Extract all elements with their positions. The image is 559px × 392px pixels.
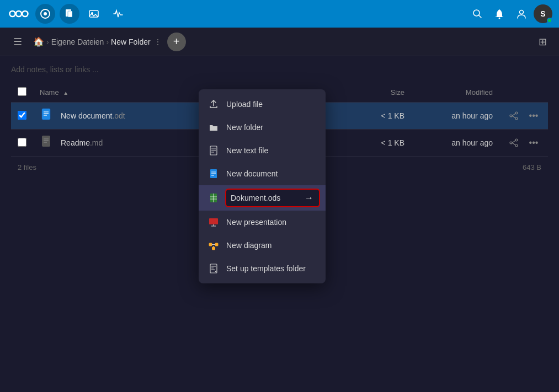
nextcloud-logo[interactable] [7, 2, 31, 26]
svg-line-13 [479, 15, 482, 18]
main-content: Add notes, lists or links ... Name ▲ Siz… [0, 56, 559, 392]
svg-rect-9 [68, 11, 72, 17]
sort-arrow: ▲ [63, 90, 68, 96]
select-all-checkbox[interactable] [18, 87, 26, 96]
svg-point-3 [10, 12, 15, 16]
menu-label-new-diagram: New diagram [226, 241, 317, 250]
breadcrumb-new-folder[interactable]: New Folder [111, 37, 151, 46]
grid-view-icon[interactable]: ⊞ [535, 33, 550, 51]
svg-rect-16 [42, 109, 50, 120]
row-checkbox-1[interactable] [18, 111, 26, 120]
file-actions-1: ••• [506, 108, 541, 123]
menu-label-templates: Set up templates folder [226, 264, 317, 273]
spreadsheet-icon [207, 192, 220, 204]
templates-icon [207, 262, 220, 275]
menu-label-new-presentation: New presentation [226, 218, 317, 227]
text-file-icon [207, 144, 220, 157]
top-navigation: S [0, 0, 559, 28]
menu-item-new-diagram[interactable]: New diagram [199, 234, 326, 257]
nav-files-icon[interactable] [60, 4, 79, 24]
menu-item-new-doc[interactable]: New document [199, 162, 326, 185]
share-icon-2[interactable] [506, 135, 521, 151]
svg-point-32 [510, 142, 512, 144]
file-size-2: < 1 KB [345, 130, 411, 157]
svg-rect-51 [215, 243, 218, 246]
contacts-button[interactable] [512, 4, 531, 24]
breadcrumb-sep-1: › [46, 37, 49, 46]
row-checkbox-2[interactable] [18, 138, 26, 147]
file-name-text-1: New document.odt [61, 111, 125, 120]
nav-dashboard-icon[interactable] [35, 4, 55, 24]
spreadsheet-filename-submit[interactable]: → [299, 190, 319, 206]
svg-point-31 [515, 144, 518, 147]
presentation-icon [207, 216, 220, 228]
nav-activity-icon[interactable] [108, 4, 128, 24]
add-new-button[interactable]: + [167, 33, 186, 51]
folder-icon [207, 121, 220, 133]
view-options: ⊞ [535, 33, 550, 51]
menu-label-new-text: New text file [226, 146, 317, 155]
file-modified-1: an hour ago [411, 103, 499, 130]
file-icon-md [40, 135, 55, 151]
secondary-navigation: ☰ 🏠 › Eigene Dateien › New Folder ⋮ + ⊞ [0, 28, 559, 56]
summary-files: 2 files [18, 163, 36, 171]
document-icon [207, 168, 220, 180]
more-actions-icon-2[interactable]: ••• [526, 135, 541, 151]
new-file-dropdown: Upload file New folder New text file New… [199, 89, 326, 283]
menu-item-new-text[interactable]: New text file [199, 139, 326, 162]
svg-point-15 [520, 10, 524, 14]
svg-line-24 [512, 114, 515, 116]
svg-point-14 [499, 18, 501, 19]
diagram-icon [207, 239, 220, 251]
file-actions-2: ••• [506, 135, 541, 151]
menu-label-new-doc: New document [226, 169, 317, 178]
svg-line-25 [512, 116, 515, 118]
col-size-header: Size [345, 83, 411, 103]
menu-label-new-folder: New folder [226, 123, 317, 132]
breadcrumb-home[interactable]: 🏠 [33, 36, 44, 47]
file-size-1: < 1 KB [345, 103, 411, 130]
upload-icon [207, 98, 220, 110]
online-indicator [547, 18, 552, 23]
notifications-button[interactable] [489, 4, 509, 24]
more-actions-icon-1[interactable]: ••• [526, 108, 541, 123]
user-avatar[interactable]: S [534, 4, 552, 23]
summary-size: 643 B [523, 163, 541, 171]
svg-point-5 [23, 12, 28, 16]
breadcrumb: 🏠 › Eigene Dateien › New Folder ⋮ [33, 36, 162, 47]
spreadsheet-filename-input[interactable] [226, 190, 299, 206]
svg-point-21 [515, 112, 518, 114]
svg-line-33 [512, 141, 515, 143]
svg-rect-50 [209, 243, 212, 246]
svg-line-34 [512, 143, 515, 145]
menu-label-upload: Upload file [226, 100, 317, 109]
svg-point-22 [515, 117, 518, 120]
menu-item-upload[interactable]: Upload file [199, 93, 326, 116]
share-icon-1[interactable] [506, 108, 521, 123]
search-button[interactable] [467, 4, 487, 24]
svg-rect-26 [42, 136, 50, 147]
notes-hint[interactable]: Add notes, lists or links ... [11, 65, 548, 74]
breadcrumb-sep-2: › [106, 37, 109, 46]
svg-point-23 [510, 115, 512, 117]
menu-item-new-presentation[interactable]: New presentation [199, 211, 326, 234]
svg-rect-47 [209, 218, 218, 224]
menu-item-new-folder[interactable]: New folder [199, 116, 326, 139]
nav-photos-icon[interactable] [84, 4, 104, 24]
file-modified-2: an hour ago [411, 130, 499, 157]
menu-item-new-sheet[interactable]: → [199, 185, 326, 211]
breadcrumb-share-icon[interactable]: ⋮ [154, 37, 162, 46]
file-name-text-2: Readme.md [61, 138, 103, 147]
menu-item-templates[interactable]: Set up templates folder [199, 257, 326, 280]
nav-right-area: S [467, 4, 552, 24]
svg-rect-52 [212, 247, 215, 250]
spreadsheet-filename-input-container: → [225, 189, 320, 207]
hamburger-menu[interactable]: ☰ [9, 33, 26, 51]
svg-point-7 [44, 12, 47, 15]
file-icon-odt [40, 108, 55, 123]
col-modified-header: Modified [411, 83, 499, 103]
svg-point-4 [17, 12, 21, 16]
svg-point-30 [515, 139, 518, 141]
breadcrumb-eigene-dateien[interactable]: Eigene Dateien [51, 37, 104, 46]
